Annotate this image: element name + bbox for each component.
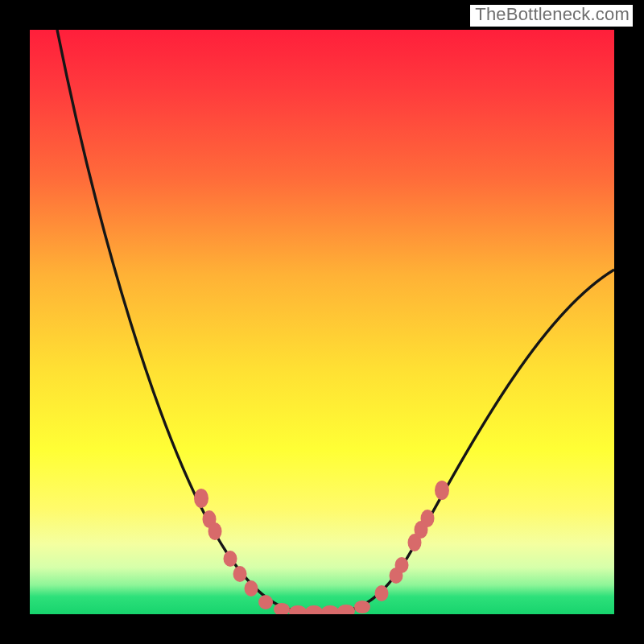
bottleneck-curve: [30, 30, 614, 614]
svg-point-13: [375, 585, 389, 601]
chart-frame: TheBottleneck.com: [0, 0, 644, 644]
svg-point-8: [289, 605, 307, 614]
curve-marker-group-left: [194, 489, 273, 609]
svg-point-4: [233, 566, 247, 582]
attribution-text: TheBottleneck.com: [470, 5, 633, 27]
curve-marker-group-right: [375, 481, 450, 601]
svg-point-10: [321, 605, 339, 614]
bottleneck-curve-path: [57, 30, 614, 612]
svg-point-19: [435, 481, 449, 500]
svg-point-11: [337, 605, 355, 614]
svg-point-9: [305, 605, 323, 614]
svg-point-0: [194, 489, 208, 508]
svg-point-15: [395, 557, 409, 573]
svg-point-6: [258, 595, 273, 609]
svg-point-5: [245, 580, 258, 597]
svg-point-2: [208, 522, 222, 540]
curve-marker-group-bottom: [274, 601, 370, 614]
svg-point-12: [354, 601, 370, 613]
svg-point-18: [421, 510, 435, 527]
svg-point-3: [224, 551, 237, 567]
